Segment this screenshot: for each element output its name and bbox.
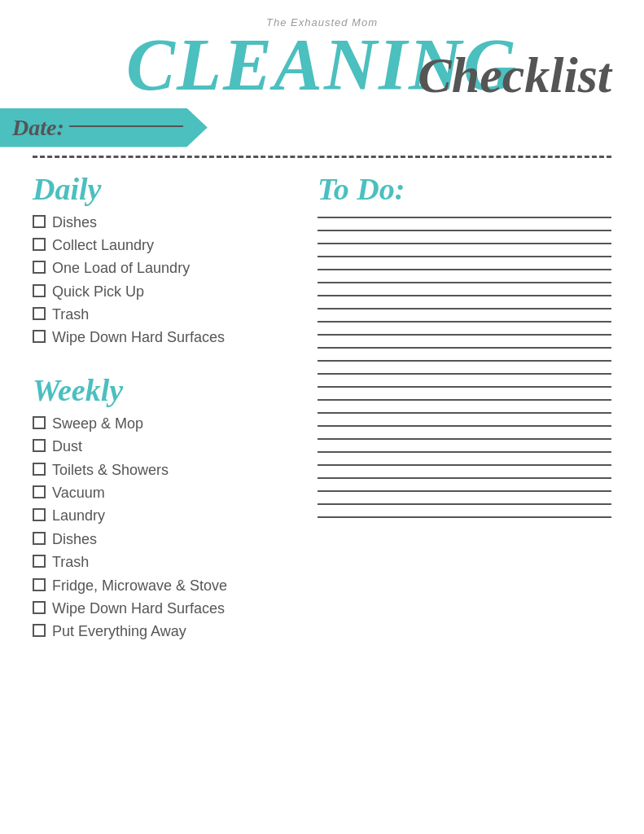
todo-lines xyxy=(318,217,611,518)
checkbox[interactable] xyxy=(33,508,46,521)
main-content: Daily DishesCollect LaundryOne Load of L… xyxy=(33,171,611,666)
item-label: Sweep & Mop xyxy=(52,415,143,433)
date-underline xyxy=(69,125,183,127)
weekly-item: Fridge, Microwave & Stove xyxy=(33,577,293,595)
checkbox[interactable] xyxy=(33,485,46,498)
item-label: Collect Laundry xyxy=(52,236,154,255)
todo-line xyxy=(318,321,611,323)
header: The Exhausted Mom Cleaning Checklist xyxy=(33,16,611,100)
todo-heading: To Do: xyxy=(318,171,611,207)
weekly-item: Dust xyxy=(33,437,293,456)
todo-line xyxy=(318,477,611,479)
todo-line xyxy=(318,464,611,466)
checklist-title: Checklist xyxy=(418,50,611,100)
checkbox[interactable] xyxy=(33,555,46,568)
date-row: Date: xyxy=(33,108,611,147)
weekly-section: Weekly Sweep & MopDustToilets & ShowersV… xyxy=(33,372,293,642)
todo-line xyxy=(318,256,611,257)
daily-item: Wipe Down Hard Surfaces xyxy=(33,328,293,347)
todo-line xyxy=(318,230,611,231)
daily-checklist: DishesCollect LaundryOne Load of Laundry… xyxy=(33,213,293,348)
item-label: Put Everything Away xyxy=(52,622,186,641)
section-divider xyxy=(33,156,611,158)
todo-line xyxy=(318,373,611,375)
todo-line xyxy=(318,282,611,283)
checkbox[interactable] xyxy=(33,284,46,297)
weekly-item: Laundry xyxy=(33,507,293,525)
todo-line xyxy=(318,490,611,492)
item-label: One Load of Laundry xyxy=(52,259,190,278)
checkbox[interactable] xyxy=(33,416,46,429)
page: The Exhausted Mom Cleaning Checklist Dat… xyxy=(0,0,644,834)
todo-line xyxy=(318,412,611,414)
item-label: Trash xyxy=(52,553,89,572)
todo-line xyxy=(318,438,611,440)
todo-line xyxy=(318,295,611,296)
weekly-checklist: Sweep & MopDustToilets & ShowersVacuumLa… xyxy=(33,415,293,642)
date-label: Date: xyxy=(12,115,64,141)
item-label: Wipe Down Hard Surfaces xyxy=(52,328,225,347)
todo-line xyxy=(318,334,611,336)
right-column: To Do: xyxy=(318,171,611,666)
weekly-item: Wipe Down Hard Surfaces xyxy=(33,599,293,618)
checkbox[interactable] xyxy=(33,261,46,274)
item-label: Toilets & Showers xyxy=(52,461,169,480)
todo-line xyxy=(318,360,611,362)
todo-line xyxy=(318,308,611,309)
todo-line xyxy=(318,217,611,218)
item-label: Dishes xyxy=(52,213,97,232)
daily-item: Quick Pick Up xyxy=(33,283,293,301)
checkbox[interactable] xyxy=(33,578,46,591)
daily-heading: Daily xyxy=(33,171,293,207)
checkbox[interactable] xyxy=(33,463,46,476)
todo-line xyxy=(318,503,611,505)
item-label: Dust xyxy=(52,437,82,456)
date-banner: Date: xyxy=(0,108,208,147)
item-label: Quick Pick Up xyxy=(52,283,144,301)
checkbox[interactable] xyxy=(33,439,46,452)
item-label: Dishes xyxy=(52,530,97,549)
todo-line xyxy=(318,451,611,453)
checkbox[interactable] xyxy=(33,307,46,320)
daily-item: Trash xyxy=(33,305,293,324)
item-label: Trash xyxy=(52,305,89,324)
daily-item: One Load of Laundry xyxy=(33,259,293,278)
todo-line xyxy=(318,399,611,401)
todo-line xyxy=(318,347,611,349)
checkbox[interactable] xyxy=(33,215,46,228)
daily-item: Collect Laundry xyxy=(33,236,293,255)
todo-line xyxy=(318,386,611,388)
weekly-item: Vacuum xyxy=(33,484,293,503)
daily-item: Dishes xyxy=(33,213,293,232)
checkbox[interactable] xyxy=(33,532,46,545)
todo-line xyxy=(318,243,611,244)
weekly-item: Dishes xyxy=(33,530,293,549)
weekly-item: Toilets & Showers xyxy=(33,461,293,480)
item-label: Laundry xyxy=(52,507,105,525)
left-column: Daily DishesCollect LaundryOne Load of L… xyxy=(33,171,293,666)
item-label: Fridge, Microwave & Stove xyxy=(52,577,227,595)
title-row: Cleaning Checklist xyxy=(33,30,611,100)
item-label: Wipe Down Hard Surfaces xyxy=(52,599,225,618)
weekly-item: Put Everything Away xyxy=(33,622,293,641)
weekly-item: Sweep & Mop xyxy=(33,415,293,433)
checkbox[interactable] xyxy=(33,624,46,637)
todo-line xyxy=(318,516,611,518)
todo-line xyxy=(318,425,611,427)
weekly-heading: Weekly xyxy=(33,372,293,408)
weekly-item: Trash xyxy=(33,553,293,572)
item-label: Vacuum xyxy=(52,484,105,503)
checkbox[interactable] xyxy=(33,601,46,614)
todo-line xyxy=(318,269,611,270)
checkbox[interactable] xyxy=(33,330,46,343)
checkbox[interactable] xyxy=(33,238,46,251)
